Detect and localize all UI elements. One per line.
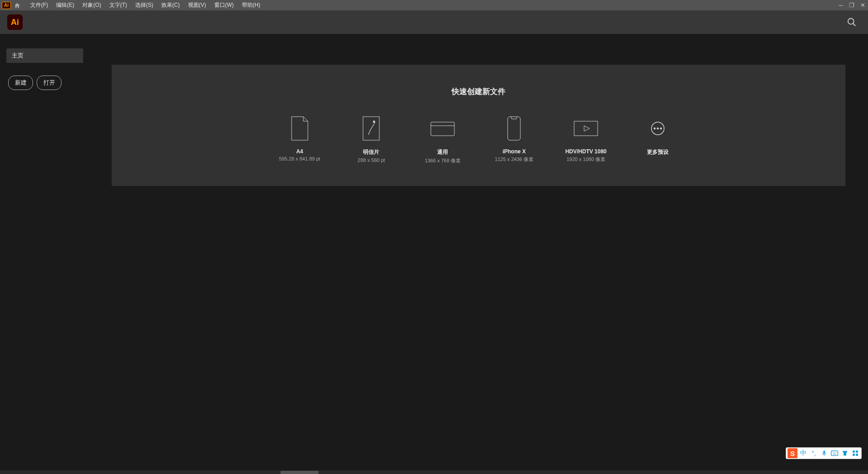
preset-name: iPhone X	[503, 148, 526, 155]
close-button[interactable]: ✕	[857, 0, 868, 10]
quick-create-panel: 快速创建新文件 A4 595.28 x 841.89 pt 明信片 288 x …	[112, 65, 845, 186]
menu-view[interactable]: 视图(V)	[184, 0, 210, 10]
menubar: Ai 文件(F) 编辑(E) 对象(O) 文字(T) 选择(S) 效果(C) 视…	[0, 0, 868, 10]
panel-title: 快速创建新文件	[130, 86, 827, 97]
ime-lang-icon[interactable]: 中	[799, 449, 808, 458]
ime-logo-icon[interactable]: S	[788, 448, 797, 458]
menu-help[interactable]: 帮助(H)	[238, 0, 264, 10]
phone-icon	[501, 116, 527, 141]
preset-name: 明信片	[363, 148, 379, 156]
preset-list: A4 595.28 x 841.89 pt 明信片 288 x 560 pt 通…	[130, 116, 827, 164]
svg-point-10	[660, 128, 662, 129]
preset-web[interactable]: 通用 1366 x 768 像素	[422, 116, 463, 164]
svg-rect-5	[508, 117, 520, 140]
app-logo: Ai	[7, 14, 23, 30]
menu-select[interactable]: 选择(S)	[131, 0, 157, 10]
menu-file[interactable]: 文件(F)	[26, 0, 52, 10]
svg-rect-3	[431, 122, 454, 136]
preset-iphonex[interactable]: iPhone X 1125 x 2436 像素	[494, 116, 534, 164]
preset-name: 通用	[437, 148, 448, 156]
ime-keyboard-icon[interactable]	[830, 449, 839, 458]
preset-name: HDV/HDTV 1080	[565, 148, 606, 155]
ime-skin-icon[interactable]	[840, 449, 849, 458]
ime-punctuation-icon[interactable]: °,	[809, 449, 818, 458]
maximize-button[interactable]: ❐	[846, 0, 857, 10]
main: 主页 新建 打开 快速创建新文件 A4 595.28 x 841.89 pt	[0, 34, 868, 474]
svg-point-8	[654, 128, 656, 129]
svg-rect-16	[853, 450, 855, 453]
preset-a4[interactable]: A4 595.28 x 841.89 pt	[279, 116, 320, 164]
app-header: Ai	[0, 10, 868, 34]
home-icon[interactable]	[13, 1, 22, 10]
bottom-scrollbar[interactable]	[0, 470, 868, 474]
ime-toolbar[interactable]: S 中 °,	[786, 447, 862, 459]
scrollbar-thumb[interactable]	[280, 471, 319, 474]
svg-rect-19	[856, 454, 858, 456]
menu-edit[interactable]: 编辑(E)	[52, 0, 78, 10]
preset-postcard[interactable]: 明信片 288 x 560 pt	[351, 116, 392, 164]
new-button[interactable]: 新建	[8, 76, 33, 90]
svg-rect-18	[853, 454, 855, 456]
more-icon	[645, 116, 670, 141]
preset-dim: 595.28 x 841.89 pt	[279, 156, 320, 161]
preset-dim: 1125 x 2436 像素	[495, 156, 534, 163]
tab-home[interactable]: 主页	[6, 48, 83, 63]
menu-effect[interactable]: 效果(C)	[157, 0, 184, 10]
browser-icon	[430, 116, 455, 141]
preset-name: A4	[296, 148, 303, 155]
menu-type[interactable]: 文字(T)	[105, 0, 131, 10]
ime-toolbox-icon[interactable]	[851, 449, 860, 458]
svg-point-9	[657, 128, 659, 129]
app-icon-small: Ai	[2, 2, 11, 9]
menu-object[interactable]: 对象(O)	[78, 0, 105, 10]
document-icon	[287, 116, 312, 141]
search-button[interactable]	[844, 14, 860, 30]
menu-window[interactable]: 窗口(W)	[210, 0, 238, 10]
minimize-button[interactable]: ─	[835, 0, 846, 10]
svg-rect-6	[574, 121, 598, 136]
svg-point-0	[848, 19, 854, 24]
preset-hdtv[interactable]: HDV/HDTV 1080 1920 x 1080 像素	[565, 116, 606, 164]
svg-line-1	[853, 24, 856, 26]
postcard-icon	[359, 116, 384, 141]
sidebar: 主页 新建 打开	[0, 34, 112, 474]
open-button[interactable]: 打开	[37, 76, 61, 90]
video-icon	[573, 116, 599, 141]
preset-dim: 1366 x 768 像素	[425, 157, 461, 164]
preset-dim: 1920 x 1080 像素	[566, 156, 605, 163]
preset-more[interactable]: 更多预设	[637, 116, 678, 164]
ime-voice-icon[interactable]	[820, 449, 829, 458]
preset-name: 更多预设	[647, 148, 669, 156]
svg-rect-17	[856, 450, 858, 453]
content: 快速创建新文件 A4 595.28 x 841.89 pt 明信片 288 x …	[112, 34, 868, 474]
svg-rect-11	[831, 451, 838, 456]
preset-dim: 288 x 560 pt	[358, 157, 385, 163]
